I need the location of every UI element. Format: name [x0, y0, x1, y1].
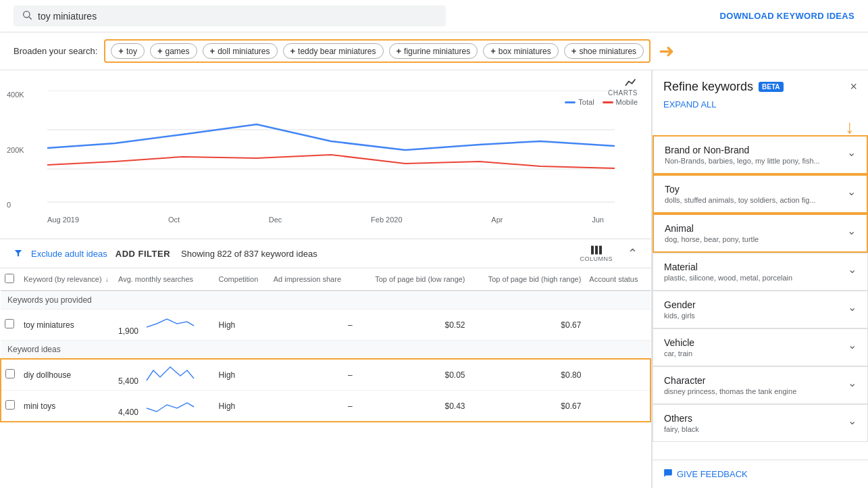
- section-character-row[interactable]: Character disney princess, thomas the ta…: [653, 367, 867, 403]
- section-character-text: Character disney princess, thomas the ta…: [664, 375, 796, 395]
- row-ad-impression: –: [270, 391, 357, 422]
- chart-svg-wrapper: [47, 91, 638, 219]
- svg-point-0: [24, 11, 30, 18]
- feedback-icon: [663, 468, 673, 480]
- section-toy-row[interactable]: Toy dolls, stuffed animals, toy soldiers…: [654, 176, 867, 212]
- section-gender-sub: kids, girls: [664, 312, 696, 320]
- svg-line-1: [29, 17, 32, 20]
- th-ad-impression[interactable]: Ad impression share: [270, 268, 357, 291]
- section-material-sub: plastic, silicone, wood, metal, porcelai…: [664, 274, 792, 282]
- refine-section-brand: Brand or Non-Brand Non-Brands, barbies, …: [653, 135, 868, 174]
- section-others-row[interactable]: Others fairy, black ⌄: [653, 405, 867, 441]
- chevron-material-icon: ⌄: [848, 263, 857, 276]
- search-input[interactable]: [38, 11, 438, 22]
- chip-shoe-miniatures[interactable]: +shoe miniatures: [564, 43, 644, 59]
- section-vehicle-name: Vehicle: [664, 337, 694, 348]
- section-brand-row[interactable]: Brand or Non-Brand Non-Brands, barbies, …: [654, 137, 867, 173]
- filter-icon: [14, 248, 23, 260]
- th-avg-searches[interactable]: Avg. monthly searches: [114, 268, 215, 291]
- filter-bar: Exclude adult ideas ADD FILTER Showing 8…: [0, 239, 651, 268]
- search-area[interactable]: [14, 5, 446, 26]
- row-keyword: toy miniatures: [20, 310, 114, 341]
- th-account-status[interactable]: Account status: [585, 268, 650, 291]
- row-competition: High: [215, 359, 270, 391]
- sidebar-title-area: Refine keywords BETA: [663, 80, 784, 94]
- section-others-text: Others fairy, black: [664, 413, 699, 433]
- row-bid-low: $0.05: [357, 359, 469, 391]
- row-checkbox[interactable]: [5, 400, 15, 410]
- chip-box-miniatures[interactable]: +box miniatures: [483, 43, 559, 59]
- chip-games-label: games: [165, 47, 190, 56]
- columns-button[interactable]: COLUMNS: [580, 245, 613, 262]
- th-competition[interactable]: Competition: [215, 268, 270, 291]
- section-gender-row[interactable]: Gender kids, girls ⌄: [653, 291, 867, 328]
- row-competition: High: [215, 310, 270, 341]
- row-bid-high: $0.67: [469, 391, 586, 422]
- row-checkbox-cell: [1, 391, 20, 422]
- expand-all-button[interactable]: EXPAND ALL: [653, 99, 868, 116]
- section-ideas-row: Keyword ideas: [1, 341, 650, 360]
- row-account-status: [585, 391, 650, 422]
- section-brand-text: Brand or Non-Brand Non-Brands, barbies, …: [665, 145, 820, 165]
- row-account-status: ➜: [585, 359, 650, 391]
- section-animal-row[interactable]: Animal dog, horse, bear, pony, turtle ⌄: [654, 215, 867, 251]
- section-brand-sub: Non-Brands, barbies, lego, my little pon…: [665, 157, 820, 165]
- close-button[interactable]: ×: [850, 80, 857, 94]
- y-label-400k: 400K: [7, 91, 24, 99]
- section-material-name: Material: [664, 262, 792, 272]
- chevron-gender-icon: ⌄: [848, 301, 857, 314]
- row-avg: 1,900: [114, 310, 215, 341]
- chevron-character-icon: ⌄: [848, 376, 857, 389]
- charts-icon[interactable]: [624, 77, 638, 89]
- section-toy-text: Toy dolls, stuffed animals, toy soldiers…: [665, 184, 816, 204]
- refine-section-material: Material plastic, silicone, wood, metal,…: [653, 253, 868, 291]
- chip-figurine-miniatures-label: figurine miniatures: [404, 47, 470, 56]
- section-vehicle-sub: car, train: [664, 349, 694, 358]
- download-keyword-ideas-link[interactable]: DOWNLOAD KEYWORD IDEAS: [720, 11, 854, 21]
- chart-area: CHARTS Total Mobile 400K 200K 0: [0, 70, 651, 239]
- row-bid-high: $0.67: [469, 310, 586, 341]
- y-label-0: 0: [7, 201, 24, 209]
- select-all-checkbox[interactable]: [5, 274, 14, 283]
- section-vehicle-row[interactable]: Vehicle car, train ⌄: [653, 329, 867, 366]
- refine-section-animal: Animal dog, horse, bear, pony, turtle ⌄: [653, 214, 868, 253]
- row-ad-impression: –: [270, 310, 357, 341]
- section-animal-text: Animal dog, horse, bear, pony, turtle: [665, 223, 759, 243]
- sort-arrow: ↓: [105, 276, 109, 283]
- svg-marker-6: [15, 249, 22, 255]
- row-account-status: [585, 310, 650, 341]
- row-checkbox[interactable]: [5, 319, 14, 328]
- table-row: toy miniatures 1,900 High – $0.52 $0.67: [1, 310, 650, 341]
- chip-teddy-bear-miniatures[interactable]: +teddy bear miniatures: [283, 43, 384, 59]
- chip-doll-miniatures-label: doll miniatures: [218, 47, 270, 56]
- chip-toy[interactable]: +toy: [111, 43, 145, 59]
- add-filter-button[interactable]: ADD FILTER: [116, 249, 170, 259]
- row-ad-impression: –: [270, 359, 357, 391]
- section-animal-name: Animal: [665, 223, 759, 234]
- chip-doll-miniatures[interactable]: +doll miniatures: [203, 43, 278, 59]
- collapse-button[interactable]: ⌃: [628, 246, 638, 261]
- feedback-bar[interactable]: GIVE FEEDBACK: [653, 460, 868, 488]
- th-checkbox: [1, 268, 20, 291]
- th-top-bid-low[interactable]: Top of page bid (low range): [357, 268, 469, 291]
- left-panel: CHARTS Total Mobile 400K 200K 0: [0, 70, 652, 488]
- th-keyword[interactable]: Keyword (by relevance) ↓: [20, 268, 114, 291]
- row-checkbox[interactable]: [5, 369, 15, 378]
- section-others-name: Others: [664, 413, 699, 424]
- broaden-chips: +toy +games +doll miniatures +teddy bear…: [104, 39, 650, 63]
- section-animal-sub: dog, horse, bear, pony, turtle: [665, 235, 759, 243]
- exclude-adult-button[interactable]: Exclude adult ideas: [31, 249, 107, 259]
- section-material-row[interactable]: Material plastic, silicone, wood, metal,…: [653, 253, 867, 290]
- beta-badge: BETA: [759, 82, 783, 92]
- section-provided-row: Keywords you provided: [1, 291, 650, 310]
- chevron-others-icon: ⌄: [848, 414, 857, 427]
- chip-figurine-miniatures[interactable]: +figurine miniatures: [389, 43, 478, 59]
- table-row: mini toys 4,400 High – $0.43 $0.67: [1, 391, 650, 422]
- chevron-animal-icon: ⌄: [847, 224, 856, 237]
- row-bid-low: $0.43: [357, 391, 469, 422]
- chevron-toy-icon: ⌄: [847, 185, 856, 198]
- y-axis-labels: 400K 200K 0: [7, 91, 24, 209]
- chip-games[interactable]: +games: [150, 43, 197, 59]
- search-icon: [22, 9, 32, 22]
- th-top-bid-high[interactable]: Top of page bid (high range): [469, 268, 586, 291]
